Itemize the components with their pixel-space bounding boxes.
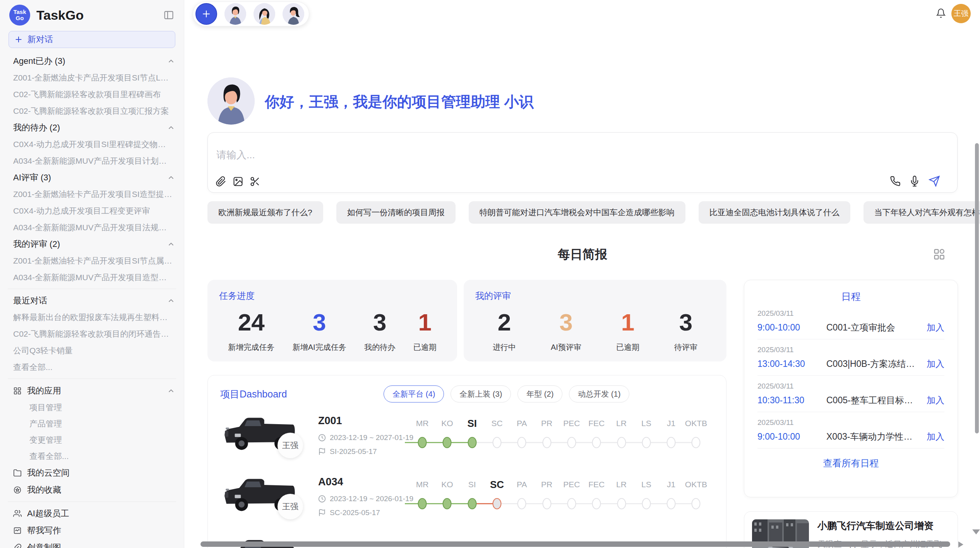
tab-powertrain[interactable]: 动总开发 (1)	[569, 385, 629, 402]
add-agent-button[interactable]	[195, 3, 217, 25]
sidebar-collapse-icon[interactable]	[163, 10, 175, 21]
chat-input[interactable]	[216, 149, 681, 161]
tab-new-platform[interactable]: 全新平台 (4)	[384, 385, 444, 402]
horizontal-scrollbar[interactable]	[200, 541, 950, 547]
dashboard-title: 项目Dashboard	[220, 388, 287, 401]
project-row[interactable]: 王强 A034 2023-12-19 ~ 2026-01-19 SC-2025-…	[208, 470, 726, 531]
sidebar-item-cloud-space[interactable]: 我的云空间	[8, 464, 176, 481]
list-item[interactable]: Z001-全新燃油轻卡产品开发项目SI造型提交物评审	[8, 186, 176, 202]
suggestion-chip[interactable]: 如何写一份清晰的项目周报	[336, 201, 456, 224]
list-item[interactable]: C0X4-动力总成开发项目SI里程碑提交物检查	[8, 136, 176, 152]
list-item[interactable]: A034-全新新能源MUV产品开发项目造型可行性评审	[8, 269, 176, 286]
sidebar-item-product-mgmt[interactable]: 产品管理	[8, 416, 176, 432]
chat-composer	[207, 132, 958, 193]
attachment-icon[interactable]	[216, 176, 226, 187]
milestone-ko: KO	[435, 478, 459, 528]
card-title: 任务进度	[219, 290, 445, 302]
divider	[8, 378, 176, 379]
list-item[interactable]: C02-飞腾新能源轻客改款项目立项汇报方案	[8, 103, 176, 119]
milestone-label: MR	[410, 478, 435, 491]
user-initials: 王强	[954, 9, 968, 19]
list-item[interactable]: 公司Q3轻卡销量	[8, 342, 176, 359]
milestone-label: MR	[410, 416, 435, 430]
user-avatar[interactable]: 王强	[951, 4, 971, 23]
list-item[interactable]: 解释最新出台的欧盟报废车法规再生塑料比例被调至15%...	[8, 309, 176, 325]
section-ai-review[interactable]: AI评审 (3)	[8, 169, 176, 186]
list-item[interactable]: A034-全新新能源MUV产品开发项目法规符合性评审	[8, 219, 176, 236]
composer-right-tools	[890, 175, 940, 187]
sidebar-item-change-mgmt[interactable]: 变更管理	[8, 432, 176, 448]
milestone-track: MRKOSISCPAPRPECFECLRLSJ1OKTB	[410, 478, 709, 528]
link-label: 我的收藏	[27, 484, 61, 496]
sidebar-item-creative-draw[interactable]: 创意制图	[8, 539, 176, 548]
tab-model-year[interactable]: 年型 (2)	[517, 385, 562, 402]
view-all-apps[interactable]: 查看全部...	[8, 448, 176, 464]
send-icon[interactable]	[929, 175, 940, 187]
suggestion-chip[interactable]: 当下年轻人对汽车外观有怎样的喜好趋势	[863, 201, 980, 224]
section-my-todo[interactable]: 我的待办 (2)	[8, 119, 176, 136]
milestone-node	[667, 498, 676, 509]
list-item[interactable]: C02-飞腾新能源轻客改款项目的闭环通告反馈情况	[8, 325, 176, 342]
suggestion-chip[interactable]: 比亚迪全固态电池计划具体说了什么	[699, 201, 850, 224]
section-agent-done[interactable]: Agent已办 (3)	[8, 53, 176, 69]
link-label: 帮我写作	[27, 525, 61, 536]
view-all-schedule-link[interactable]: 查看所有日程	[757, 457, 944, 469]
event-time: 10:30-11:30	[757, 395, 826, 406]
notification-bell-icon[interactable]	[936, 8, 946, 19]
milestone-si: SI	[460, 478, 485, 528]
mic-icon[interactable]	[909, 176, 920, 187]
vertical-scrollbar[interactable]	[975, 143, 979, 433]
new-chat-button[interactable]: 新对话	[9, 31, 175, 48]
milestone-pec: PEC	[559, 416, 584, 467]
join-button[interactable]: 加入	[927, 358, 944, 370]
layout-grid-icon[interactable]	[934, 248, 945, 260]
avatar[interactable]	[283, 3, 304, 25]
sidebar-item-ai-super-staff[interactable]: AI超级员工	[8, 505, 176, 522]
milestone-j1: J1	[659, 416, 684, 467]
scroll-right-arrow-icon[interactable]	[958, 541, 963, 548]
milestone-ls: LS	[634, 416, 659, 467]
image-icon[interactable]	[233, 176, 243, 187]
list-item[interactable]: C0X4-动力总成开发项目工程变更评审	[8, 202, 176, 219]
project-row[interactable]: 王强 Z001 2023-12-19 ~ 2027-01-19 SI-2025-…	[208, 409, 726, 470]
new-chat-label: 新对话	[27, 34, 53, 45]
list-item[interactable]: C02-飞腾新能源轻客改款项目里程碑画布	[8, 86, 176, 103]
avatar[interactable]	[224, 3, 246, 25]
stat-my-todo: 3 我的待办	[364, 307, 395, 353]
milestone-label: PEC	[559, 416, 584, 430]
news-title[interactable]: 小鹏飞行汽车制造公司增资	[817, 519, 950, 532]
schedule-title: 日程	[757, 290, 944, 303]
list-item[interactable]: A034-全新新能源MUV产品开发项目计划变更表编写	[8, 152, 176, 169]
suggestion-chip[interactable]: 特朗普可能对进口汽车增税会对中国车企造成哪些影响	[469, 201, 685, 224]
join-button[interactable]: 加入	[927, 431, 944, 443]
join-button[interactable]: 加入	[927, 322, 944, 334]
milestone-label: PA	[509, 478, 534, 491]
taskgo-app: Task Go TaskGo 新对话 Agent已办 (3) Z001-全新燃油…	[0, 0, 980, 548]
suggestion-chip[interactable]: 欧洲新规最近颁布了什么?	[207, 201, 323, 224]
list-item[interactable]: Z001-全新燃油皮卡产品开发项目SI节点Lesson Learn报告	[8, 69, 176, 86]
sidebar-item-my-apps[interactable]: 我的应用	[8, 382, 176, 399]
sidebar-item-help-write[interactable]: 帮我写作	[8, 522, 176, 539]
sidebar-item-project-mgmt[interactable]: 项目管理	[8, 399, 176, 416]
section-my-review[interactable]: 我的评审 (2)	[8, 236, 176, 252]
scroll-down-arrow-icon[interactable]	[972, 529, 980, 534]
phone-icon[interactable]	[890, 176, 901, 187]
section-title: 我的待办 (2)	[13, 122, 60, 134]
sidebar-item-favorites[interactable]: 我的收藏	[8, 481, 176, 498]
folder-icon	[13, 469, 22, 477]
project-owner-badge: 王强	[278, 433, 303, 458]
milestone-pr: PR	[534, 478, 559, 528]
view-all-chats[interactable]: 查看全部...	[8, 359, 176, 375]
divider	[8, 289, 176, 289]
milestone-label: LR	[609, 478, 634, 491]
milestone-label: KO	[435, 478, 459, 491]
event-time: 9:00-10:00	[757, 322, 826, 333]
list-item[interactable]: Z001-全新燃油轻卡产品开发项目SI节点属性5D文件评审	[8, 252, 176, 269]
link-label: 创意制图	[27, 542, 61, 548]
avatar[interactable]	[254, 3, 275, 25]
milestone-mr: MR	[410, 416, 435, 467]
tab-new-body[interactable]: 全新上装 (3)	[451, 385, 511, 402]
join-button[interactable]: 加入	[927, 394, 944, 406]
section-recent-chats[interactable]: 最近对话	[8, 292, 176, 309]
scissors-icon[interactable]	[250, 176, 260, 187]
